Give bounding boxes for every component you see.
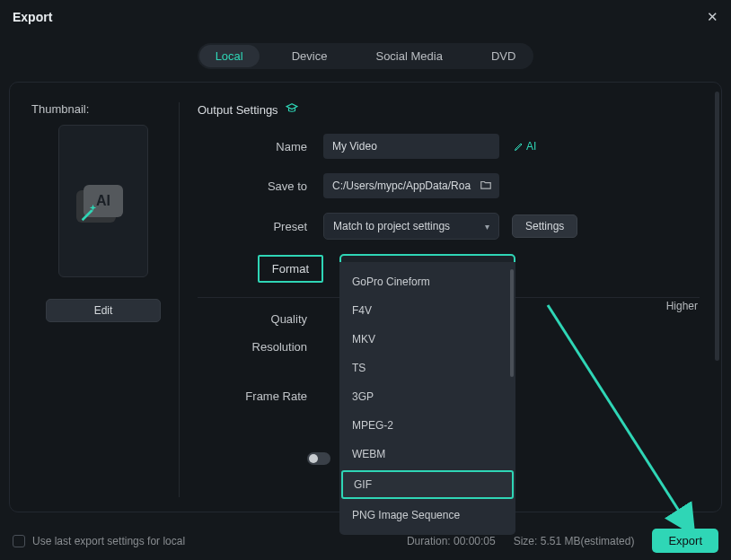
export-tabs: Local Device Social Media DVD (198, 43, 534, 69)
edit-thumbnail-button[interactable]: Edit (46, 299, 161, 322)
output-settings-heading: Output Settings (198, 103, 278, 117)
frame-rate-label: Frame Rate (198, 389, 323, 403)
format-option-mpeg2[interactable]: MPEG-2 (339, 411, 515, 440)
size-text: Size: 5.51 MB(estimated) (514, 535, 635, 547)
tab-social-media[interactable]: Social Media (359, 45, 458, 67)
preset-select[interactable]: Match to project settings ▾ (323, 213, 499, 240)
use-last-settings-checkbox[interactable] (13, 535, 25, 547)
name-label: Name (198, 140, 323, 153)
format-dropdown: GoPro Cineform F4V MKV TS 3GP MPEG-2 WEB… (339, 262, 515, 535)
format-label: Format (258, 255, 323, 283)
thumbnail-preview[interactable]: AI (58, 125, 148, 277)
name-input[interactable] (323, 134, 499, 159)
quality-higher-label: Higher (666, 300, 698, 312)
export-button[interactable]: Export (652, 529, 718, 553)
thumbnail-label: Thumbnail: (31, 102, 175, 116)
window-title: Export (13, 10, 52, 24)
format-option-gif[interactable]: GIF (341, 470, 514, 499)
format-option-f4v[interactable]: F4V (339, 296, 515, 325)
ai-badge-text: AI (96, 193, 110, 209)
save-to-input[interactable] (323, 173, 499, 198)
tab-dvd[interactable]: DVD (475, 45, 532, 67)
tab-device[interactable]: Device (276, 45, 344, 67)
format-option-webm[interactable]: WEBM (339, 440, 515, 468)
format-option-mkv[interactable]: MKV (339, 325, 515, 354)
format-option-gopro[interactable]: GoPro Cineform (339, 267, 515, 296)
magic-wand-icon (78, 203, 98, 223)
use-last-settings-label: Use last export settings for local (32, 535, 185, 547)
graduation-cap-icon[interactable] (286, 102, 298, 118)
tab-local[interactable]: Local (199, 45, 260, 67)
ai-badge-icon: AI (84, 185, 123, 217)
save-to-label: Save to (198, 179, 323, 193)
preset-value: Match to project settings (333, 220, 450, 232)
ai-pencil-icon[interactable]: AI (514, 140, 536, 153)
dropdown-scrollbar[interactable] (510, 269, 514, 377)
preset-settings-button[interactable]: Settings (512, 214, 577, 238)
chevron-down-icon: ▾ (485, 222, 489, 232)
ai-suffix-text: AI (526, 140, 536, 153)
duration-text: Duration: 00:00:05 (407, 535, 496, 547)
vertical-divider (179, 102, 180, 497)
quality-label: Quality (198, 312, 323, 326)
preset-label: Preset (198, 220, 323, 233)
format-option-3gp[interactable]: 3GP (339, 382, 515, 411)
resolution-label: Resolution (198, 340, 323, 354)
panel-scrollbar[interactable] (715, 92, 719, 361)
close-icon[interactable]: ✕ (707, 9, 718, 25)
toggle-switch[interactable] (307, 452, 330, 465)
format-option-ts[interactable]: TS (339, 354, 515, 382)
format-option-png-seq[interactable]: PNG Image Sequence (339, 501, 515, 529)
folder-icon[interactable] (480, 179, 492, 194)
